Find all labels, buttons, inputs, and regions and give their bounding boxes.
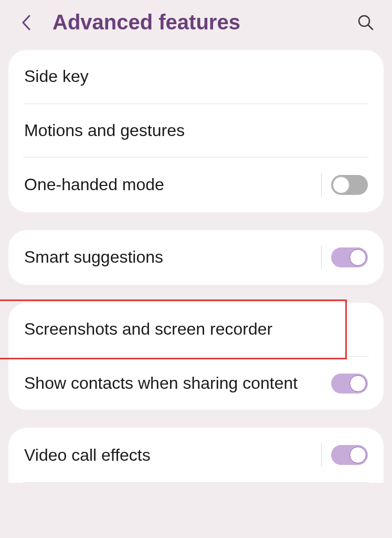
setting-video-call-effects[interactable]: Video call effects	[8, 428, 384, 482]
setting-side-key[interactable]: Side key	[8, 50, 384, 104]
setting-label: Screenshots and screen recorder	[24, 318, 368, 340]
setting-smart-suggestions[interactable]: Smart suggestions	[8, 230, 384, 285]
setting-show-contacts[interactable]: Show contacts when sharing content	[8, 357, 384, 410]
setting-label: Motions and gestures	[24, 120, 368, 142]
toggle-divider	[321, 246, 322, 269]
settings-group-1: Side key Motions and gestures One-handed…	[8, 50, 384, 212]
toggle-area	[321, 443, 368, 467]
page-title: Advanced features	[52, 11, 355, 34]
setting-label: One-handed mode	[24, 174, 321, 196]
setting-label: Smart suggestions	[24, 246, 321, 268]
setting-screenshots-recorder[interactable]: Screenshots and screen recorder	[8, 303, 384, 356]
toggle-one-handed[interactable]	[331, 175, 368, 195]
setting-label: Side key	[24, 66, 368, 88]
setting-label: Video call effects	[24, 444, 321, 467]
back-icon[interactable]	[16, 12, 37, 33]
setting-motions-gestures[interactable]: Motions and gestures	[8, 104, 384, 158]
settings-group-3: Screenshots and screen recorder Show con…	[8, 303, 384, 410]
setting-one-handed-mode[interactable]: One-handed mode	[8, 158, 384, 212]
toggle-video-call-effects[interactable]	[331, 445, 368, 465]
toggle-divider	[321, 443, 322, 467]
divider	[23, 482, 369, 483]
settings-group-4: Video call effects	[8, 428, 384, 483]
toggle-smart-suggestions[interactable]	[331, 247, 368, 267]
header: Advanced features	[0, 0, 392, 50]
svg-point-0	[359, 16, 369, 26]
settings-group-2: Smart suggestions	[8, 230, 384, 285]
toggle-area	[331, 374, 368, 394]
toggle-divider	[321, 173, 322, 196]
toggle-area	[321, 173, 368, 196]
setting-label: Show contacts when sharing content	[24, 373, 331, 395]
search-icon[interactable]	[355, 12, 376, 33]
toggle-area	[321, 246, 368, 269]
toggle-show-contacts[interactable]	[331, 374, 368, 394]
